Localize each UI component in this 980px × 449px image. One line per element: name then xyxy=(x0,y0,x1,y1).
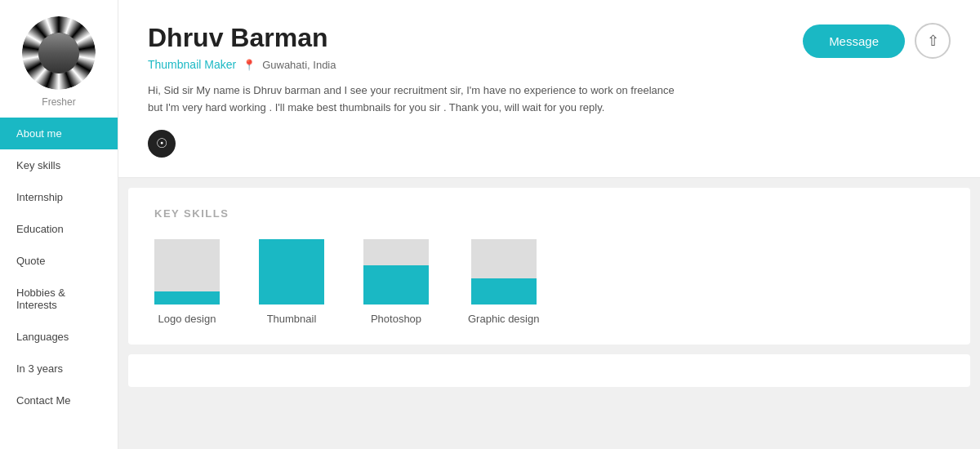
skill-graphic-bar xyxy=(471,239,537,305)
skill-photoshop: Photoshop xyxy=(363,239,429,325)
skills-section: KEY SKILLS Logo design Thumbnail xyxy=(128,188,970,345)
profile-info: Dhruv Barman Thumbnail Maker 📍 Guwahati,… xyxy=(148,23,783,158)
skill-logo-fill xyxy=(154,291,220,305)
sidebar-nav: About me Key skills Internship Education… xyxy=(0,118,118,416)
avatar xyxy=(22,16,96,90)
skill-logo-bg xyxy=(154,239,220,305)
profile-title-row: Thumbnail Maker 📍 Guwahati, India xyxy=(148,58,783,71)
sidebar-item-key-skills[interactable]: Key skills xyxy=(0,149,118,181)
instagram-button[interactable]: ☉ xyxy=(148,130,176,158)
sidebar-item-in-3-years[interactable]: In 3 years xyxy=(0,353,118,385)
sidebar-item-hobbies[interactable]: Hobbies & Interests xyxy=(0,277,118,321)
sidebar-item-contact-me[interactable]: Contact Me xyxy=(0,385,118,416)
skill-thumbnail-bar xyxy=(259,239,324,305)
skill-graphic-label: Graphic design xyxy=(468,313,539,325)
next-section xyxy=(128,354,970,387)
message-button[interactable]: Message xyxy=(803,24,905,58)
skill-photoshop-bar xyxy=(363,239,429,305)
sidebar-item-internship[interactable]: Internship xyxy=(0,181,118,213)
profile-location: Guwahati, India xyxy=(262,59,336,71)
profile-title: Thumbnail Maker xyxy=(148,58,236,71)
skill-photoshop-label: Photoshop xyxy=(371,313,421,325)
skill-logo-label: Logo design xyxy=(158,313,216,325)
sidebar-item-quote[interactable]: Quote xyxy=(0,245,118,277)
skill-graphic-fill xyxy=(471,278,537,305)
sidebar-item-about-me[interactable]: About me xyxy=(0,118,118,149)
sidebar: Fresher About me Key skills Internship E… xyxy=(0,0,118,449)
fresher-badge: Fresher xyxy=(42,96,75,108)
profile-name: Dhruv Barman xyxy=(148,23,783,53)
share-button[interactable]: ⇧ xyxy=(915,23,951,59)
skill-photoshop-fill xyxy=(363,265,429,305)
location-icon: 📍 xyxy=(243,59,256,71)
skill-logo-design: Logo design xyxy=(154,239,220,325)
skill-thumbnail-bg xyxy=(259,239,324,305)
skill-graphic-design: Graphic design xyxy=(468,239,539,325)
profile-section: Dhruv Barman Thumbnail Maker 📍 Guwahati,… xyxy=(118,0,980,178)
skill-thumbnail: Thumbnail xyxy=(259,239,324,325)
instagram-icon: ☉ xyxy=(156,136,167,151)
profile-bio: Hi, Sid sir My name is Dhruv barman and … xyxy=(148,82,687,117)
skill-logo-bar xyxy=(154,239,220,305)
skills-title: KEY SKILLS xyxy=(154,207,944,220)
skill-thumbnail-label: Thumbnail xyxy=(267,313,317,325)
skills-grid: Logo design Thumbnail Photoshop xyxy=(154,239,944,325)
share-icon: ⇧ xyxy=(927,32,939,50)
main-content: Dhruv Barman Thumbnail Maker 📍 Guwahati,… xyxy=(118,0,980,449)
skill-thumbnail-fill xyxy=(259,239,324,305)
profile-actions: Message ⇧ xyxy=(803,23,951,59)
sidebar-item-languages[interactable]: Languages xyxy=(0,321,118,353)
skill-photoshop-bg xyxy=(363,239,429,305)
sidebar-item-education[interactable]: Education xyxy=(0,213,118,245)
skill-graphic-bg xyxy=(471,239,537,305)
